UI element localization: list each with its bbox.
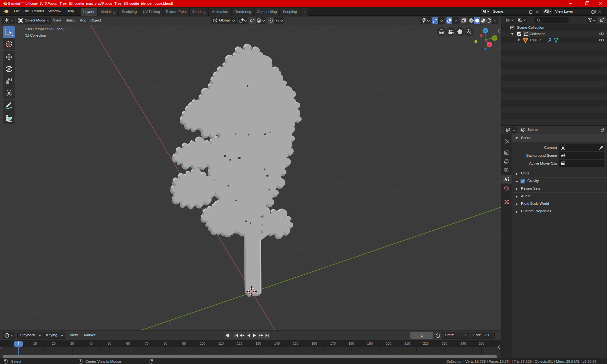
svg-text:Y: Y: [494, 36, 496, 40]
svg-text:X: X: [488, 43, 491, 46]
svg-text:Z: Z: [484, 29, 486, 33]
